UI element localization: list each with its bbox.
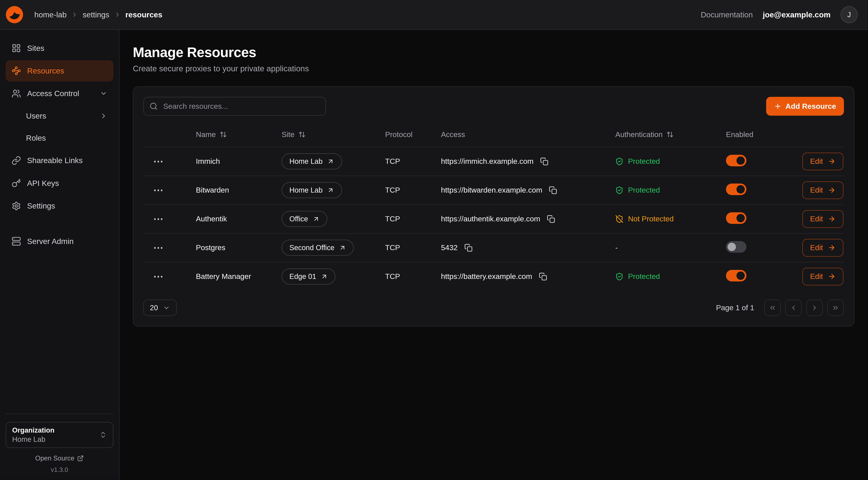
site-link-button[interactable]: Home Lab [282, 153, 342, 170]
sidebar-item-label: Users [26, 112, 46, 120]
shield-off-icon [615, 215, 624, 223]
link-icon [11, 156, 21, 165]
sidebar-item-shareable-links[interactable]: Shareable Links [6, 150, 114, 171]
sidebar-item-settings[interactable]: Settings [6, 195, 114, 216]
ellipsis-icon: ⋯ [153, 156, 164, 166]
open-source-label: Open Source [35, 454, 74, 462]
site-link-button[interactable]: Second Office [282, 240, 354, 256]
organization-selector[interactable]: Organization Home Lab [6, 422, 114, 448]
logo[interactable] [6, 6, 23, 24]
enabled-toggle[interactable] [726, 183, 746, 195]
enabled-toggle[interactable] [726, 241, 746, 253]
resources-table: Name Site Protocol Access Authentication… [143, 122, 844, 291]
open-source-link[interactable]: Open Source [35, 454, 84, 462]
breadcrumb: home-lab settings resources [34, 10, 162, 19]
pagination-first-button[interactable] [764, 300, 781, 316]
page-title: Manage Resources [133, 44, 855, 60]
row-menu-button[interactable]: ⋯ [150, 212, 167, 226]
copy-button[interactable] [539, 156, 550, 167]
sidebar-nav: Sites Resources Access Control Users Rol… [6, 38, 114, 252]
site-link-button[interactable]: Office [282, 211, 327, 227]
arrow-right-icon [828, 157, 836, 165]
enabled-toggle[interactable] [726, 212, 746, 224]
site-name: Office [289, 215, 308, 222]
arrow-right-icon [828, 186, 836, 194]
add-resource-button[interactable]: Add Resource [766, 97, 844, 116]
copy-icon [464, 244, 473, 252]
search-input[interactable] [162, 101, 320, 111]
sidebar-item-api-keys[interactable]: API Keys [6, 173, 114, 194]
toggle-knob [737, 271, 745, 280]
resource-name: Immich [196, 157, 282, 166]
protocol-value: TCP [385, 215, 441, 223]
edit-button[interactable]: Edit [802, 210, 843, 228]
user-email[interactable]: joe@example.com [763, 10, 831, 19]
edit-button[interactable]: Edit [802, 153, 843, 170]
pagination-next-button[interactable] [806, 300, 823, 316]
site-link-button[interactable]: Home Lab [282, 182, 342, 198]
sidebar-item-label: Server Admin [27, 237, 74, 246]
copy-button[interactable] [548, 185, 558, 196]
table-header: Name Site Protocol Access Authentication… [143, 122, 844, 147]
page-indicator: Page 1 of 1 [716, 303, 754, 312]
edit-button[interactable]: Edit [802, 181, 843, 199]
top-bar: home-lab settings resources Documentatio… [0, 0, 868, 30]
ellipsis-icon: ⋯ [153, 271, 164, 281]
server-icon [11, 237, 21, 246]
sort-icon [299, 131, 306, 138]
documentation-link[interactable]: Documentation [701, 10, 753, 19]
chevron-down-icon [163, 304, 170, 311]
site-link-button[interactable]: Edge 01 [282, 268, 336, 284]
page-size-select[interactable]: 20 [143, 300, 177, 316]
table-toolbar: Add Resource [143, 97, 844, 116]
site-name: Home Lab [289, 187, 322, 194]
sidebar-item-server-admin[interactable]: Server Admin [6, 231, 114, 252]
edit-label: Edit [810, 157, 823, 166]
copy-button[interactable] [546, 214, 556, 224]
breadcrumb-settings[interactable]: settings [83, 10, 110, 19]
column-header-name[interactable]: Name [196, 130, 282, 139]
auth-status: Not Protected [615, 215, 726, 223]
column-header-site[interactable]: Site [282, 130, 385, 139]
version-label: v1.3.0 [51, 466, 68, 473]
sidebar-item-access-control[interactable]: Access Control [6, 83, 114, 104]
arrow-right-icon [828, 244, 836, 251]
row-menu-button[interactable]: ⋯ [150, 269, 167, 284]
sidebar-item-label: API Keys [27, 179, 59, 188]
row-menu-button[interactable]: ⋯ [150, 154, 167, 169]
auth-label: Protected [628, 157, 660, 166]
breadcrumb-org[interactable]: home-lab [34, 10, 67, 19]
arrow-up-right-icon [321, 273, 328, 280]
edit-button[interactable]: Edit [802, 268, 843, 286]
resource-name: Authentik [196, 215, 282, 223]
copy-button[interactable] [463, 243, 474, 253]
avatar[interactable]: J [840, 6, 858, 23]
waypoints-icon [11, 66, 21, 76]
row-menu-button[interactable]: ⋯ [150, 241, 167, 255]
sidebar-item-label: Access Control [27, 89, 79, 98]
chevron-right-icon [71, 11, 78, 18]
access-value: https://battery.example.com [441, 272, 532, 281]
search-box [143, 97, 326, 116]
edit-label: Edit [810, 243, 823, 252]
access-value: 5432 [441, 243, 458, 252]
sidebar-item-sites[interactable]: Sites [6, 38, 114, 59]
sidebar-item-users[interactable]: Users [6, 106, 114, 126]
toggle-knob [737, 214, 745, 222]
copy-button[interactable] [538, 271, 548, 282]
row-menu-button[interactable]: ⋯ [150, 183, 167, 198]
sidebar-item-roles[interactable]: Roles [6, 128, 114, 148]
enabled-toggle[interactable] [726, 270, 746, 281]
pagination-last-button[interactable] [827, 300, 844, 316]
chevron-down-icon [100, 90, 107, 97]
ellipsis-icon: ⋯ [153, 214, 164, 224]
column-header-authentication[interactable]: Authentication [615, 130, 726, 139]
shield-check-icon [615, 186, 624, 194]
pagination-prev-button[interactable] [785, 300, 802, 316]
enabled-toggle[interactable] [726, 155, 746, 166]
sidebar-item-resources[interactable]: Resources [6, 60, 114, 81]
edit-button[interactable]: Edit [802, 239, 843, 257]
sidebar-item-label: Settings [27, 202, 55, 210]
breadcrumb-resources[interactable]: resources [125, 10, 162, 19]
chevron-left-icon [789, 304, 798, 312]
